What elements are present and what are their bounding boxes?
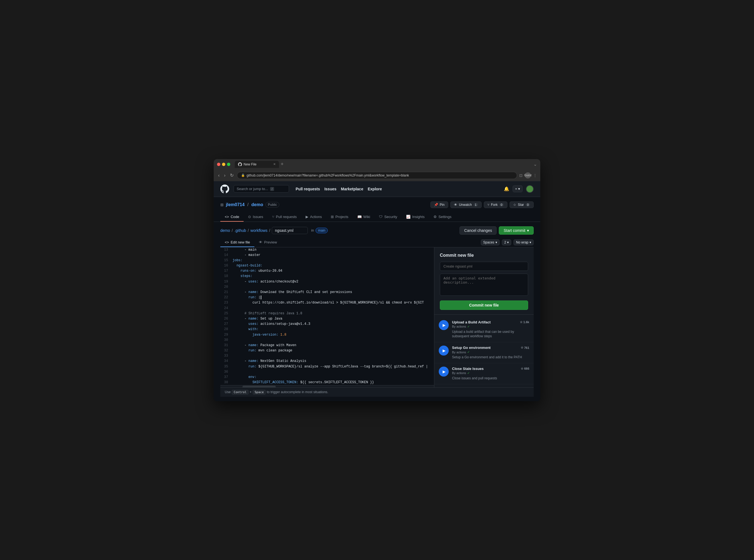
editor-tabs: <> Edit new file 👁 Preview Spaces ▾ 2 ▾ …: [220, 238, 534, 247]
tab-actions[interactable]: ▶ Actions: [301, 213, 326, 222]
table-row: 26 - name: Set up Java: [220, 316, 434, 321]
repo-title: ⊞ jlem0714 / demo Public 📌 Pin 👁 Unwatch…: [220, 201, 534, 208]
notifications-icon[interactable]: 🔔: [504, 186, 509, 192]
table-row: 13 - main: [220, 247, 434, 253]
preview-tab-label: Preview: [264, 240, 277, 244]
gh-header: Search or jump to... / Pull requests Iss…: [214, 181, 540, 197]
spaces-select[interactable]: Spaces ▾: [481, 239, 500, 245]
suggestions-list: ▶ Upload a Build Artifact ☆ 1.6k: [434, 315, 534, 387]
wrap-label: No wrap: [516, 240, 529, 244]
unwatch-count: 1: [474, 203, 478, 206]
tab-code[interactable]: <> Code: [220, 213, 243, 222]
table-row: 37 env:: [220, 375, 434, 380]
edit-tab-code-icon: <>: [225, 240, 229, 244]
tab-insights[interactable]: 📈 Insights: [402, 213, 429, 222]
active-tab[interactable]: New File ✕: [235, 161, 279, 168]
repo-owner[interactable]: jlem0714: [226, 202, 245, 207]
tab-settings[interactable]: ⚙ Settings: [429, 213, 456, 222]
search-box[interactable]: Search or jump to... /: [234, 185, 289, 193]
repo-name[interactable]: demo: [251, 202, 263, 207]
gh-logo[interactable]: [220, 184, 229, 194]
list-item: ▶ Setup Go environment ☆ 761: [434, 342, 534, 363]
code-icon: <>: [225, 215, 229, 219]
tab-pull-requests[interactable]: ⑂ Pull requests: [268, 213, 301, 222]
h-scrollbar-thumb[interactable]: [242, 386, 276, 387]
star-count-2: ☆ 761: [521, 346, 529, 349]
close-button[interactable]: [217, 163, 220, 166]
code-editor[interactable]: 13 - main 14 - master 15 jobs: 16 ngsast…: [220, 247, 434, 387]
new-tab-button[interactable]: +: [279, 161, 285, 167]
tab-issues[interactable]: ⊙ Issues: [243, 213, 268, 222]
breadcrumb-github[interactable]: .github: [235, 228, 246, 233]
spaces-label: Spaces: [483, 240, 494, 244]
settings-icon: ⚙: [434, 215, 437, 219]
back-button[interactable]: ‹: [217, 172, 221, 178]
editor-options: Spaces ▾ 2 ▾ No wrap ▾: [481, 238, 534, 246]
file-actions: Cancel changes Start commit ▾: [459, 226, 534, 235]
edit-tab[interactable]: <> Edit new file: [220, 238, 254, 247]
start-commit-button[interactable]: Start commit ▾: [499, 226, 534, 235]
nav-explore[interactable]: Explore: [368, 187, 382, 191]
tab-wiki[interactable]: 📖 Wiki: [353, 213, 375, 222]
table-row: 18 steps:: [220, 274, 434, 279]
star-button[interactable]: ☆ Star 0: [510, 201, 534, 208]
minimize-button[interactable]: [222, 163, 225, 166]
table-row: 20: [220, 284, 434, 290]
fork-icon: ⑂: [488, 203, 489, 207]
table-row: 38 SHIFTLEFT_ACCESS_TOKEN: ${{ secrets.S…: [220, 380, 434, 385]
commit-description-input[interactable]: [440, 274, 528, 296]
suggestion-meta-1: By actions ✓: [452, 325, 529, 328]
create-button[interactable]: + ▾: [513, 185, 522, 192]
forward-button[interactable]: ›: [223, 172, 226, 178]
breadcrumb-workflows[interactable]: workflows: [251, 228, 267, 233]
url-bar[interactable]: 🔒 github.com/jlem0714/demo/new/main?file…: [237, 172, 517, 179]
projects-icon: ⊞: [331, 215, 334, 219]
table-row: 15 jobs:: [220, 258, 434, 263]
filename-input[interactable]: [272, 227, 308, 234]
list-item: ▶ Close Stale Issues ☆ 666: [434, 363, 534, 384]
tab-projects[interactable]: ⊞ Projects: [326, 213, 353, 222]
commit-new-file-button[interactable]: Commit new file: [440, 300, 528, 310]
branch-badge[interactable]: main: [316, 228, 328, 233]
pr-icon: ⑂: [272, 215, 274, 219]
cancel-changes-button[interactable]: Cancel changes: [459, 226, 497, 235]
browser-profile[interactable]: Guest: [525, 172, 531, 178]
wrap-select[interactable]: No wrap ▾: [514, 239, 534, 245]
list-item: ▶ Upload a Build Artifact ☆ 1.6k: [434, 317, 534, 342]
nav-issues[interactable]: Issues: [324, 187, 337, 191]
nav-marketplace[interactable]: Marketplace: [341, 187, 363, 191]
edit-tab-label: Edit new file: [231, 240, 250, 244]
tab-title: New File: [243, 162, 257, 166]
suggestion-desc-3: Close issues and pull requests: [452, 376, 529, 381]
verified-icon-2: ✓: [467, 350, 470, 354]
repo-actions: 📌 Pin 👁 Unwatch 1 ⑂ Fork 0 ☆ Star 0: [431, 201, 534, 208]
table-row: 14 - master: [220, 253, 434, 258]
table-row: 19 - uses: actions/checkout@v2: [220, 279, 434, 284]
commit-message-input[interactable]: [440, 262, 528, 271]
url-text: github.com/jlem0714/demo/new/main?filena…: [246, 174, 409, 177]
table-row: 34 - name: NextGen Static Analysis: [220, 359, 434, 364]
suggestion-play-3[interactable]: ▶: [439, 366, 449, 377]
unwatch-button[interactable]: 👁 Unwatch 1: [450, 201, 482, 208]
nav-pull-requests[interactable]: Pull requests: [296, 187, 320, 191]
maximize-button[interactable]: [227, 163, 230, 166]
user-avatar[interactable]: [526, 185, 534, 193]
tab-security[interactable]: 🛡 Security: [375, 213, 402, 222]
fork-button[interactable]: ⑂ Fork 0: [484, 201, 508, 208]
breadcrumb-demo[interactable]: demo: [220, 228, 230, 233]
h-scrollbar[interactable]: [220, 385, 434, 387]
reload-button[interactable]: ↻: [229, 172, 235, 178]
tab-close-icon[interactable]: ✕: [273, 162, 276, 166]
suggestion-play-2[interactable]: ▶: [439, 345, 449, 356]
suggestion-play-1[interactable]: ▶: [439, 320, 449, 330]
pin-button[interactable]: 📌 Pin: [431, 201, 448, 208]
browser-menu-icon[interactable]: ⋮: [533, 173, 537, 178]
preview-tab[interactable]: 👁 Preview: [254, 238, 281, 247]
suggestion-title-3: Close Stale Issues ☆ 666: [452, 366, 529, 371]
window-chevron-icon[interactable]: ⌄: [533, 162, 537, 167]
indent-select[interactable]: 2 ▾: [502, 239, 512, 245]
guest-label: Guest: [524, 174, 532, 177]
table-row: 27 uses: actions/setup-java@v1.4.3: [220, 321, 434, 327]
start-commit-label: Start commit: [503, 228, 525, 233]
address-bar: ‹ › ↻ 🔒 github.com/jlem0714/demo/new/mai…: [214, 169, 540, 181]
